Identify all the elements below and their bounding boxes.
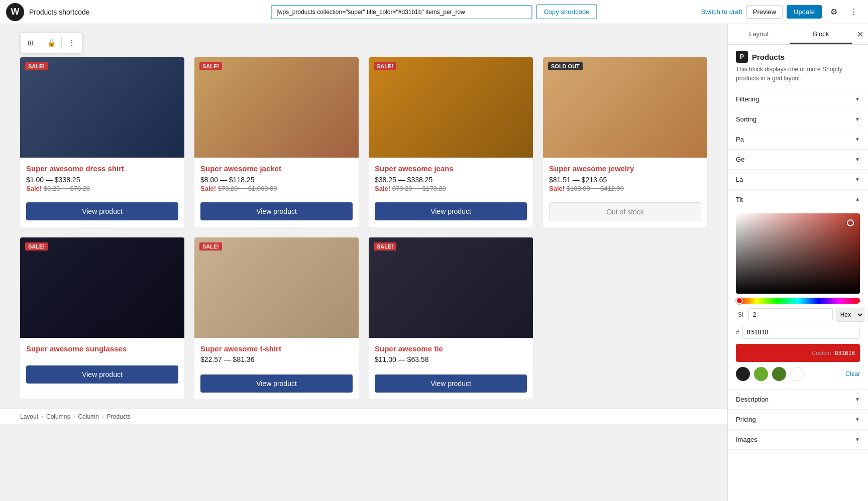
- update-button[interactable]: Update: [787, 5, 822, 19]
- color-preview-bar: Custom D31B1B: [736, 344, 860, 362]
- shortcode-input[interactable]: [271, 5, 532, 19]
- toolbar-divider: [41, 37, 41, 49]
- product-info: Super awesome dress shirt $1.00 — $338.2…: [20, 158, 184, 198]
- sorting-header[interactable]: Sorting ▼: [728, 109, 868, 129]
- product-image: [369, 237, 533, 338]
- breadcrumb: Layout › Columns › Column › Products: [0, 409, 727, 424]
- tab-block[interactable]: Block: [790, 25, 852, 44]
- wordpress-logo: W: [6, 3, 24, 21]
- sale-badge: SALE!: [199, 62, 222, 70]
- ge-label: Ge: [736, 156, 744, 163]
- block-toolbar: ⊞ 🔒 ⋮: [20, 32, 82, 53]
- color-swatch-green2[interactable]: [772, 367, 786, 381]
- product-card: SALE! Super awesome tie $11.00 — $63.58 …: [369, 237, 533, 399]
- hex-value-input[interactable]: [742, 326, 860, 339]
- pricing-chevron-icon: ▼: [855, 417, 860, 422]
- sale-badge: SALE!: [374, 242, 396, 250]
- breadcrumb-column[interactable]: Column: [78, 413, 98, 420]
- ge-header[interactable]: Ge ▼: [728, 150, 868, 169]
- product-title: Super awesome jewelry: [549, 164, 701, 174]
- original-price: $8.25 — $70.20: [44, 185, 90, 192]
- tit-chevron-icon: ▼: [855, 197, 860, 202]
- images-chevron-icon: ▼: [855, 437, 860, 442]
- product-sale-line: Sale! $100.00 — $412.99: [549, 185, 701, 192]
- size-label: Si: [736, 311, 745, 318]
- product-image-wrapper: SALE!: [369, 57, 533, 158]
- custom-label: Custom: [812, 350, 831, 356]
- product-image: [20, 237, 184, 338]
- product-title: Super awesome sunglasses: [26, 344, 178, 354]
- view-product-button[interactable]: View product: [26, 365, 178, 384]
- product-info: Super awesome sunglasses: [20, 338, 184, 362]
- product-price: $22.57 — $81.36: [200, 355, 353, 363]
- copy-shortcode-button[interactable]: Copy shortcode: [536, 5, 597, 19]
- sorting-chevron-icon: ▼: [855, 116, 860, 122]
- color-format-select[interactable]: Hex RGB HSL: [836, 308, 864, 322]
- right-sidebar: Layout Block ✕ P Products This block dis…: [727, 24, 868, 501]
- breadcrumb-products[interactable]: Products: [107, 413, 131, 420]
- color-gradient-handle[interactable]: [847, 219, 854, 226]
- sale-badge: SALE!: [25, 62, 48, 70]
- view-product-button[interactable]: View product: [200, 374, 353, 393]
- breadcrumb-layout[interactable]: Layout: [20, 413, 38, 420]
- color-swatch-green1[interactable]: [754, 367, 768, 381]
- tit-accordion: Tit ▼ Si Hex RGB: [728, 190, 868, 390]
- pa-chevron-icon: ▼: [855, 137, 860, 142]
- original-price: $100.00 — $412.99: [567, 185, 624, 192]
- view-product-button[interactable]: View product: [200, 202, 353, 220]
- original-price: $70.20 — $1,000.00: [218, 185, 277, 192]
- pricing-header[interactable]: Pricing ▼: [728, 410, 868, 429]
- filtering-header[interactable]: Filtering ▼: [728, 89, 868, 109]
- view-product-button[interactable]: View product: [26, 202, 178, 220]
- color-swatch-white[interactable]: [790, 367, 804, 381]
- ge-accordion: Ge ▼: [728, 150, 868, 170]
- view-product-button[interactable]: View product: [375, 374, 527, 393]
- filtering-accordion: Filtering ▼: [728, 89, 868, 109]
- block-type-button[interactable]: ⊞: [23, 35, 39, 51]
- more-options-button[interactable]: ⋮: [846, 4, 862, 20]
- settings-icon-button[interactable]: ⚙: [826, 4, 842, 20]
- product-card: SALE! Super awesome jeans $38.25 — $338.…: [369, 57, 533, 227]
- lock-button[interactable]: 🔒: [43, 35, 59, 51]
- color-size-input[interactable]: [748, 308, 833, 321]
- pa-header[interactable]: Pa ▼: [728, 130, 868, 149]
- product-sale-line: Sale! $70.20 — $170.20: [375, 185, 527, 192]
- product-info: Super awesome jacket $8.00 — $118.25 Sal…: [194, 158, 359, 198]
- preview-button[interactable]: Preview: [746, 5, 783, 19]
- product-card: SALE! Super awesome t-shirt $22.57 — $81…: [194, 237, 359, 399]
- images-header[interactable]: Images ▼: [728, 430, 868, 449]
- original-price: $70.20 — $170.20: [392, 185, 446, 192]
- description-accordion: Description ▼: [728, 390, 868, 410]
- product-card: SALE! Super awesome jacket $8.00 — $118.…: [194, 57, 359, 227]
- sale-label: Sale!: [375, 185, 390, 192]
- close-sidebar-button[interactable]: ✕: [852, 24, 868, 44]
- la-label: La: [736, 176, 743, 183]
- color-swatches: Clear: [736, 367, 860, 381]
- pa-accordion: Pa ▼: [728, 130, 868, 150]
- breadcrumb-sep: ›: [73, 413, 75, 420]
- tab-layout[interactable]: Layout: [728, 25, 790, 44]
- hue-handle[interactable]: [736, 297, 743, 304]
- images-accordion: Images ▼: [728, 430, 868, 450]
- more-block-options-button[interactable]: ⋮: [64, 35, 80, 51]
- breadcrumb-columns[interactable]: Columns: [46, 413, 70, 420]
- switch-to-draft-button[interactable]: Switch to draft: [701, 8, 742, 16]
- top-bar: W Products shortcode Copy shortcode Swit…: [0, 0, 868, 24]
- product-image-wrapper: SALE!: [194, 237, 359, 338]
- sale-label: Sale!: [26, 185, 42, 192]
- color-swatch-black[interactable]: [736, 367, 750, 381]
- block-name: Products: [752, 53, 785, 61]
- color-hue-slider[interactable]: [736, 298, 860, 304]
- la-header[interactable]: La ▼: [728, 170, 868, 189]
- view-product-button[interactable]: View product: [375, 202, 527, 220]
- clear-color-button[interactable]: Clear: [845, 370, 860, 378]
- shortcode-popup: Copy shortcode: [271, 5, 597, 19]
- product-image: [20, 57, 184, 158]
- description-header[interactable]: Description ▼: [728, 390, 868, 409]
- color-gradient-box[interactable]: [736, 213, 860, 294]
- breadcrumb-sep: ›: [41, 413, 43, 420]
- product-info: Super awesome jewelry $81.51 — $213.65 S…: [543, 158, 707, 198]
- product-title: Super awesome t-shirt: [200, 344, 353, 354]
- sidebar-tab-row: Layout Block ✕: [728, 24, 868, 45]
- tit-header[interactable]: Tit ▼: [728, 190, 868, 209]
